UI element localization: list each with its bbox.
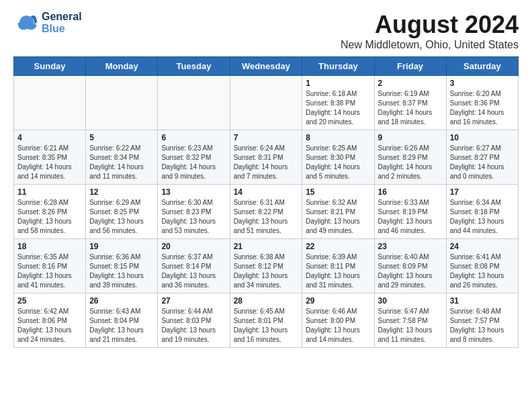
- calendar-cell: 18Sunrise: 6:35 AM Sunset: 8:16 PM Dayli…: [14, 239, 86, 293]
- calendar-cell: [230, 76, 302, 130]
- calendar-cell: 17Sunrise: 6:34 AM Sunset: 8:18 PM Dayli…: [446, 185, 518, 239]
- page-subtitle: New Middletown, Ohio, United States: [341, 39, 519, 51]
- calendar-table: SundayMondayTuesdayWednesdayThursdayFrid…: [13, 56, 519, 348]
- calendar-cell: 26Sunrise: 6:43 AM Sunset: 8:04 PM Dayli…: [86, 293, 158, 348]
- day-number: 3: [450, 79, 515, 88]
- day-info: Sunrise: 6:44 AM Sunset: 8:03 PM Dayligh…: [161, 307, 226, 345]
- day-info: Sunrise: 6:47 AM Sunset: 7:58 PM Dayligh…: [378, 307, 443, 345]
- day-info: Sunrise: 6:48 AM Sunset: 7:57 PM Dayligh…: [450, 307, 515, 345]
- day-info: Sunrise: 6:40 AM Sunset: 8:09 PM Dayligh…: [378, 253, 443, 290]
- day-number: 11: [17, 187, 82, 197]
- calendar-cell: 27Sunrise: 6:44 AM Sunset: 8:03 PM Dayli…: [158, 293, 230, 348]
- day-header-sunday: Sunday: [14, 57, 86, 76]
- day-number: 4: [17, 133, 82, 142]
- day-header-thursday: Thursday: [302, 57, 374, 76]
- day-number: 19: [89, 242, 154, 251]
- day-info: Sunrise: 6:26 AM Sunset: 8:29 PM Dayligh…: [378, 144, 443, 181]
- calendar-cell: 13Sunrise: 6:30 AM Sunset: 8:23 PM Dayli…: [158, 185, 230, 239]
- day-info: Sunrise: 6:32 AM Sunset: 8:21 PM Dayligh…: [306, 198, 370, 236]
- calendar-cell: [158, 76, 230, 130]
- day-info: Sunrise: 6:36 AM Sunset: 8:15 PM Dayligh…: [89, 253, 154, 290]
- day-info: Sunrise: 6:33 AM Sunset: 8:19 PM Dayligh…: [378, 198, 443, 236]
- calendar-cell: 6Sunrise: 6:23 AM Sunset: 8:32 PM Daylig…: [158, 130, 230, 185]
- calendar-cell: [86, 76, 158, 130]
- calendar-cell: 14Sunrise: 6:31 AM Sunset: 8:22 PM Dayli…: [230, 185, 302, 239]
- day-number: 5: [89, 133, 154, 142]
- calendar-cell: 11Sunrise: 6:28 AM Sunset: 8:26 PM Dayli…: [14, 185, 86, 239]
- calendar-week-row: 1Sunrise: 6:18 AM Sunset: 8:38 PM Daylig…: [14, 76, 519, 130]
- day-number: 9: [378, 133, 443, 142]
- day-info: Sunrise: 6:38 AM Sunset: 8:12 PM Dayligh…: [234, 253, 299, 290]
- calendar-cell: 23Sunrise: 6:40 AM Sunset: 8:09 PM Dayli…: [374, 239, 446, 293]
- day-header-saturday: Saturday: [446, 57, 518, 76]
- calendar-cell: 22Sunrise: 6:39 AM Sunset: 8:11 PM Dayli…: [302, 239, 374, 293]
- day-header-wednesday: Wednesday: [230, 57, 302, 76]
- calendar-cell: 19Sunrise: 6:36 AM Sunset: 8:15 PM Dayli…: [86, 239, 158, 293]
- day-info: Sunrise: 6:20 AM Sunset: 8:36 PM Dayligh…: [450, 89, 515, 127]
- day-info: Sunrise: 6:43 AM Sunset: 8:04 PM Dayligh…: [89, 307, 154, 345]
- day-number: 13: [161, 187, 226, 197]
- day-info: Sunrise: 6:39 AM Sunset: 8:11 PM Dayligh…: [306, 253, 370, 290]
- calendar-cell: 9Sunrise: 6:26 AM Sunset: 8:29 PM Daylig…: [374, 130, 446, 185]
- day-number: 6: [161, 133, 226, 142]
- day-number: 22: [306, 242, 370, 251]
- calendar-cell: 10Sunrise: 6:27 AM Sunset: 8:27 PM Dayli…: [446, 130, 518, 185]
- day-number: 25: [17, 296, 82, 306]
- day-number: 15: [306, 187, 370, 197]
- day-info: Sunrise: 6:30 AM Sunset: 8:23 PM Dayligh…: [161, 198, 226, 236]
- day-info: Sunrise: 6:18 AM Sunset: 8:38 PM Dayligh…: [306, 89, 370, 127]
- calendar-week-row: 25Sunrise: 6:42 AM Sunset: 8:06 PM Dayli…: [14, 293, 519, 348]
- day-info: Sunrise: 6:22 AM Sunset: 8:34 PM Dayligh…: [89, 144, 154, 181]
- calendar-cell: 8Sunrise: 6:25 AM Sunset: 8:30 PM Daylig…: [302, 130, 374, 185]
- day-number: 12: [89, 187, 154, 197]
- calendar-cell: 28Sunrise: 6:45 AM Sunset: 8:01 PM Dayli…: [230, 293, 302, 348]
- calendar-cell: 20Sunrise: 6:37 AM Sunset: 8:14 PM Dayli…: [158, 239, 230, 293]
- calendar-cell: 29Sunrise: 6:46 AM Sunset: 8:00 PM Dayli…: [302, 293, 374, 348]
- calendar-cell: 31Sunrise: 6:48 AM Sunset: 7:57 PM Dayli…: [446, 293, 518, 348]
- calendar-cell: 15Sunrise: 6:32 AM Sunset: 8:21 PM Dayli…: [302, 185, 374, 239]
- day-number: 29: [306, 296, 370, 306]
- day-info: Sunrise: 6:34 AM Sunset: 8:18 PM Dayligh…: [450, 198, 515, 236]
- calendar-cell: 12Sunrise: 6:29 AM Sunset: 8:25 PM Dayli…: [86, 185, 158, 239]
- page-title: August 2024: [341, 11, 519, 39]
- calendar-cell: 1Sunrise: 6:18 AM Sunset: 8:38 PM Daylig…: [302, 76, 374, 130]
- day-number: 18: [17, 242, 82, 251]
- calendar-header-row: SundayMondayTuesdayWednesdayThursdayFrid…: [14, 57, 519, 76]
- day-number: 28: [234, 296, 299, 306]
- day-info: Sunrise: 6:25 AM Sunset: 8:30 PM Dayligh…: [306, 144, 370, 181]
- day-number: 21: [234, 242, 299, 251]
- day-number: 1: [306, 79, 370, 88]
- day-info: Sunrise: 6:31 AM Sunset: 8:22 PM Dayligh…: [234, 198, 299, 236]
- title-area: August 2024 New Middletown, Ohio, United…: [341, 11, 519, 51]
- day-number: 8: [306, 133, 370, 142]
- calendar-cell: 24Sunrise: 6:41 AM Sunset: 8:08 PM Dayli…: [446, 239, 518, 293]
- calendar-cell: 21Sunrise: 6:38 AM Sunset: 8:12 PM Dayli…: [230, 239, 302, 293]
- calendar-cell: 25Sunrise: 6:42 AM Sunset: 8:06 PM Dayli…: [14, 293, 86, 348]
- calendar-cell: [14, 76, 86, 130]
- calendar-week-row: 4Sunrise: 6:21 AM Sunset: 8:35 PM Daylig…: [14, 130, 519, 185]
- day-info: Sunrise: 6:29 AM Sunset: 8:25 PM Dayligh…: [89, 198, 154, 236]
- day-info: Sunrise: 6:46 AM Sunset: 8:00 PM Dayligh…: [306, 307, 370, 345]
- day-info: Sunrise: 6:42 AM Sunset: 8:06 PM Dayligh…: [17, 307, 82, 345]
- day-number: 17: [450, 187, 515, 197]
- day-number: 7: [234, 133, 299, 142]
- day-number: 30: [378, 296, 443, 306]
- day-info: Sunrise: 6:21 AM Sunset: 8:35 PM Dayligh…: [17, 144, 82, 181]
- day-number: 27: [161, 296, 226, 306]
- calendar-cell: 4Sunrise: 6:21 AM Sunset: 8:35 PM Daylig…: [14, 130, 86, 185]
- day-number: 26: [89, 296, 154, 306]
- calendar-cell: 3Sunrise: 6:20 AM Sunset: 8:36 PM Daylig…: [446, 76, 518, 130]
- day-info: Sunrise: 6:35 AM Sunset: 8:16 PM Dayligh…: [17, 253, 82, 290]
- day-number: 2: [378, 79, 443, 88]
- calendar-cell: 7Sunrise: 6:24 AM Sunset: 8:31 PM Daylig…: [230, 130, 302, 185]
- day-number: 14: [234, 187, 299, 197]
- calendar-week-row: 18Sunrise: 6:35 AM Sunset: 8:16 PM Dayli…: [14, 239, 519, 293]
- day-info: Sunrise: 6:19 AM Sunset: 8:37 PM Dayligh…: [378, 89, 443, 127]
- day-header-monday: Monday: [86, 57, 158, 76]
- day-info: Sunrise: 6:45 AM Sunset: 8:01 PM Dayligh…: [234, 307, 299, 345]
- logo-icon: [13, 11, 38, 35]
- day-number: 31: [450, 296, 515, 306]
- logo-text: General Blue: [42, 11, 82, 35]
- day-header-friday: Friday: [374, 57, 446, 76]
- header: General Blue August 2024 New Middletown,…: [13, 11, 519, 51]
